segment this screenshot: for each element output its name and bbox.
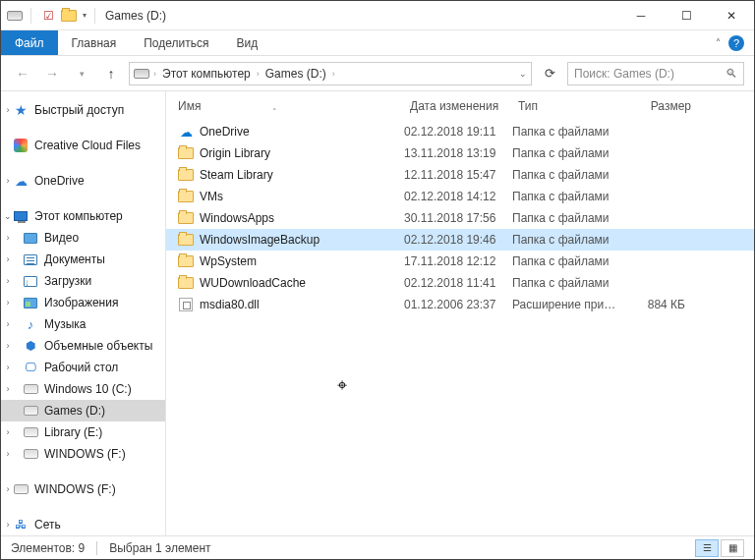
file-row[interactable]: Steam Library12.11.2018 15:47Папка с фай… (166, 164, 754, 186)
file-row[interactable]: WpSystem17.11.2018 12:12Папка с файлами (166, 251, 754, 272)
file-row[interactable]: msdia80.dll01.12.2006 23:37Расширение пр… (166, 294, 754, 315)
nav-3d-objects[interactable]: ›⬢Объемные объекты (1, 335, 165, 357)
nav-back-button[interactable]: ← (11, 62, 34, 85)
help-button[interactable]: ? (728, 35, 744, 51)
file-type: Папка с файлами (512, 146, 622, 160)
file-row[interactable]: VMs02.12.2018 14:12Папка с файлами (166, 186, 754, 207)
file-row[interactable]: Origin Library13.11.2018 13:19Папка с фа… (166, 142, 754, 164)
nav-pictures[interactable]: ›Изображения (1, 292, 165, 313)
tab-share[interactable]: Поделиться (130, 30, 222, 55)
file-name: Steam Library (200, 168, 273, 182)
cube-icon: ⬢ (23, 338, 38, 354)
nav-videos[interactable]: ›Видео (1, 227, 165, 249)
qat-properties-button[interactable]: ☑ (39, 7, 57, 25)
file-row[interactable]: WindowsApps30.11.2018 17:56Папка с файла… (166, 207, 754, 229)
music-icon: ♪ (23, 316, 38, 332)
file-type: Папка с файлами (512, 190, 622, 203)
nav-this-pc[interactable]: ⌄Этот компьютер (1, 205, 165, 227)
drive-icon (24, 427, 38, 437)
drive-icon (134, 69, 149, 79)
minimize-button[interactable]: ─ (618, 1, 664, 30)
folder-icon (178, 210, 194, 226)
tab-home[interactable]: Главная (58, 30, 131, 55)
drive-icon (7, 11, 23, 21)
folder-icon (178, 189, 194, 204)
nav-music[interactable]: ›♪Музыка (1, 313, 165, 335)
drive-icon (14, 484, 29, 494)
breadcrumb-drive[interactable]: Games (D:) (261, 67, 330, 81)
qat-newfolder-button[interactable] (61, 10, 77, 22)
nav-drive-d[interactable]: Games (D:) (1, 400, 165, 421)
nav-desktop[interactable]: ›🖵Рабочий стол (1, 357, 165, 378)
ribbon-collapse-button[interactable]: ˄ (716, 37, 721, 48)
nav-documents[interactable]: ›Документы (1, 249, 165, 270)
nav-downloads[interactable]: ›↓Загрузки (1, 270, 165, 292)
document-icon (24, 254, 37, 265)
file-name: msdia80.dll (200, 298, 260, 311)
column-date[interactable]: Дата изменения (410, 99, 518, 113)
view-details-button[interactable]: ☰ (695, 539, 719, 557)
address-dropdown[interactable]: ⌄ (519, 69, 527, 79)
file-date: 02.12.2018 19:11 (404, 125, 512, 139)
nav-onedrive[interactable]: ›☁OneDrive (1, 170, 165, 192)
close-button[interactable]: ✕ (709, 1, 754, 30)
view-icons-button[interactable]: ▦ (721, 539, 744, 557)
search-input[interactable]: Поиск: Games (D:) 🔍︎ (567, 62, 744, 85)
folder-icon (178, 253, 194, 269)
status-selection: Выбран 1 элемент (109, 541, 210, 555)
file-row[interactable]: WindowsImageBackup02.12.2018 19:46Папка … (166, 229, 754, 251)
nav-drive-c[interactable]: ›Windows 10 (C:) (1, 378, 165, 400)
folder-icon (178, 275, 194, 291)
file-date: 02.12.2018 14:12 (404, 190, 512, 203)
status-separator (96, 541, 97, 555)
nav-creative-cloud[interactable]: Creative Cloud Files (1, 135, 165, 156)
nav-drive-f[interactable]: ›WINDOWS (F:) (1, 443, 165, 465)
file-type: Папка с файлами (512, 211, 622, 225)
video-icon (24, 233, 37, 244)
file-row[interactable]: WUDownloadCache02.12.2018 11:41Папка с ф… (166, 272, 754, 294)
file-row[interactable]: ☁OneDrive02.12.2018 19:11Папка с файлами (166, 121, 754, 142)
file-size: 884 КБ (622, 298, 691, 311)
picture-icon (24, 298, 37, 308)
file-date: 30.11.2018 17:56 (404, 211, 512, 225)
breadcrumb-pc[interactable]: Этот компьютер (158, 67, 255, 81)
chevron-right-icon[interactable]: › (332, 69, 335, 79)
maximize-button[interactable]: ☐ (664, 1, 709, 30)
folder-icon (178, 232, 194, 248)
refresh-button[interactable]: ⟳ (538, 62, 561, 85)
file-date: 13.11.2018 13:19 (404, 146, 512, 160)
dll-icon (178, 297, 194, 312)
search-icon: 🔍︎ (726, 67, 737, 81)
status-item-count: Элементов: 9 (11, 541, 85, 555)
nav-drive-f2[interactable]: ›WINDOWS (F:) (1, 478, 165, 500)
qat-separator (30, 8, 31, 24)
address-bar[interactable]: › Этот компьютер › Games (D:) › ⌄ (129, 62, 532, 85)
tab-file[interactable]: Файл (1, 30, 58, 55)
nav-forward-button[interactable]: → (40, 62, 64, 85)
chevron-right-icon[interactable]: › (153, 69, 156, 79)
column-name[interactable]: Имя˄ (178, 99, 410, 113)
file-name: OneDrive (200, 125, 250, 139)
file-date: 02.12.2018 19:46 (404, 233, 512, 247)
file-date: 17.11.2018 12:12 (404, 254, 512, 268)
tab-view[interactable]: Вид (222, 30, 271, 55)
nav-recent-dropdown[interactable]: ▾ (70, 62, 93, 85)
nav-network[interactable]: ›🖧Сеть (1, 514, 165, 535)
file-type: Папка с файлами (512, 254, 622, 268)
creative-cloud-icon (14, 139, 28, 152)
file-name: WindowsImageBackup (200, 233, 319, 247)
search-placeholder: Поиск: Games (D:) (574, 67, 674, 81)
nav-up-button[interactable]: ↑ (99, 62, 123, 85)
sort-indicator: ˄ (272, 107, 277, 117)
qat-dropdown[interactable]: ▾ (83, 11, 87, 20)
file-name: WindowsApps (200, 211, 274, 225)
nav-quick-access[interactable]: ›★Быстрый доступ (1, 99, 165, 121)
file-type: Папка с файлами (512, 233, 622, 247)
chevron-right-icon[interactable]: › (257, 69, 260, 79)
file-type: Папка с файлами (512, 125, 622, 139)
nav-drive-e[interactable]: ›Library (E:) (1, 421, 165, 443)
column-size[interactable]: Размер (628, 99, 697, 113)
file-date: 01.12.2006 23:37 (404, 298, 512, 311)
column-type[interactable]: Тип (518, 99, 628, 113)
onedrive-icon: ☁ (178, 124, 194, 140)
